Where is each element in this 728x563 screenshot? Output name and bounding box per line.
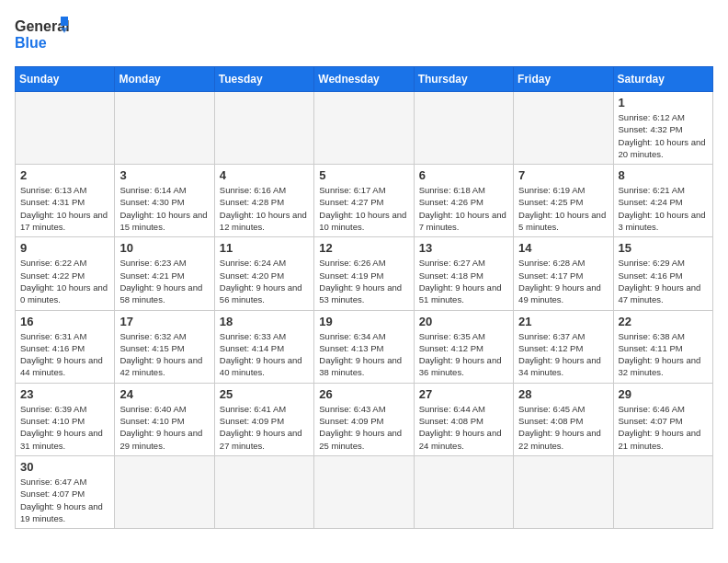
day-info: Sunrise: 6:34 AM Sunset: 4:13 PM Dayligh…	[319, 330, 408, 379]
day-info: Sunrise: 6:13 AM Sunset: 4:31 PM Dayligh…	[20, 184, 109, 233]
calendar-week-4: 23Sunrise: 6:39 AM Sunset: 4:10 PM Dayli…	[16, 383, 713, 455]
day-info: Sunrise: 6:16 AM Sunset: 4:28 PM Dayligh…	[220, 184, 309, 233]
day-info: Sunrise: 6:35 AM Sunset: 4:12 PM Dayligh…	[419, 330, 508, 379]
day-number: 9	[20, 241, 109, 255]
day-info: Sunrise: 6:21 AM Sunset: 4:24 PM Dayligh…	[619, 184, 708, 233]
day-info: Sunrise: 6:45 AM Sunset: 4:08 PM Dayligh…	[518, 403, 608, 452]
day-info: Sunrise: 6:31 AM Sunset: 4:16 PM Dayligh…	[20, 330, 109, 379]
calendar-cell: 1Sunrise: 6:12 AM Sunset: 4:32 PM Daylig…	[613, 92, 712, 165]
calendar-cell	[16, 92, 115, 165]
weekday-header-sunday: Sunday	[16, 67, 115, 92]
weekday-header-thursday: Thursday	[414, 67, 513, 92]
day-number: 15	[619, 241, 708, 255]
calendar-table: SundayMondayTuesdayWednesdayThursdayFrid…	[15, 66, 713, 529]
calendar-cell: 19Sunrise: 6:34 AM Sunset: 4:13 PM Dayli…	[314, 310, 414, 383]
day-info: Sunrise: 6:29 AM Sunset: 4:16 PM Dayligh…	[619, 257, 708, 305]
calendar-cell: 7Sunrise: 6:19 AM Sunset: 4:25 PM Daylig…	[514, 165, 613, 237]
day-number: 4	[220, 168, 309, 182]
day-number: 14	[518, 241, 608, 255]
weekday-header-wednesday: Wednesday	[314, 67, 414, 92]
calendar-cell: 30Sunrise: 6:47 AM Sunset: 4:07 PM Dayli…	[16, 455, 115, 528]
weekday-header-tuesday: Tuesday	[214, 67, 313, 92]
day-info: Sunrise: 6:37 AM Sunset: 4:12 PM Dayligh…	[518, 330, 608, 379]
calendar-cell: 13Sunrise: 6:27 AM Sunset: 4:18 PM Dayli…	[414, 237, 513, 310]
day-number: 18	[220, 315, 309, 328]
calendar-week-1: 2Sunrise: 6:13 AM Sunset: 4:31 PM Daylig…	[16, 165, 713, 237]
weekday-header-monday: Monday	[115, 67, 214, 92]
day-number: 25	[220, 387, 309, 401]
calendar-cell: 28Sunrise: 6:45 AM Sunset: 4:08 PM Dayli…	[514, 383, 613, 455]
day-number: 13	[419, 241, 508, 255]
day-info: Sunrise: 6:41 AM Sunset: 4:09 PM Dayligh…	[220, 403, 309, 452]
calendar-cell: 24Sunrise: 6:40 AM Sunset: 4:10 PM Dayli…	[115, 383, 214, 455]
calendar-cell: 5Sunrise: 6:17 AM Sunset: 4:27 PM Daylig…	[314, 165, 414, 237]
day-number: 24	[119, 387, 209, 401]
calendar-week-0: 1Sunrise: 6:12 AM Sunset: 4:32 PM Daylig…	[16, 92, 713, 165]
day-number: 19	[319, 315, 408, 328]
page-header: GeneralBlue	[15, 15, 713, 55]
calendar-week-2: 9Sunrise: 6:22 AM Sunset: 4:22 PM Daylig…	[16, 237, 713, 310]
day-info: Sunrise: 6:38 AM Sunset: 4:11 PM Dayligh…	[619, 330, 708, 379]
calendar-cell	[414, 455, 513, 528]
day-info: Sunrise: 6:19 AM Sunset: 4:25 PM Dayligh…	[518, 184, 608, 233]
day-info: Sunrise: 6:27 AM Sunset: 4:18 PM Dayligh…	[419, 257, 508, 305]
day-number: 5	[319, 168, 408, 182]
day-number: 28	[518, 387, 608, 401]
day-number: 3	[119, 168, 209, 182]
day-info: Sunrise: 6:23 AM Sunset: 4:21 PM Dayligh…	[119, 257, 209, 305]
calendar-cell: 26Sunrise: 6:43 AM Sunset: 4:09 PM Dayli…	[314, 383, 414, 455]
day-number: 17	[119, 315, 209, 328]
calendar-cell: 25Sunrise: 6:41 AM Sunset: 4:09 PM Dayli…	[214, 383, 313, 455]
day-number: 23	[20, 387, 109, 401]
day-number: 29	[619, 387, 708, 401]
logo-svg: GeneralBlue	[15, 15, 70, 55]
calendar-cell: 10Sunrise: 6:23 AM Sunset: 4:21 PM Dayli…	[115, 237, 214, 310]
calendar-cell: 23Sunrise: 6:39 AM Sunset: 4:10 PM Dayli…	[16, 383, 115, 455]
day-number: 8	[619, 168, 708, 182]
calendar-cell: 3Sunrise: 6:14 AM Sunset: 4:30 PM Daylig…	[115, 165, 214, 237]
day-info: Sunrise: 6:14 AM Sunset: 4:30 PM Dayligh…	[119, 184, 209, 233]
day-number: 16	[20, 315, 109, 328]
calendar-cell: 27Sunrise: 6:44 AM Sunset: 4:08 PM Dayli…	[414, 383, 513, 455]
day-info: Sunrise: 6:33 AM Sunset: 4:14 PM Dayligh…	[220, 330, 309, 379]
day-info: Sunrise: 6:26 AM Sunset: 4:19 PM Dayligh…	[319, 257, 408, 305]
calendar-cell	[214, 455, 313, 528]
calendar-cell: 29Sunrise: 6:46 AM Sunset: 4:07 PM Dayli…	[613, 383, 712, 455]
day-number: 10	[119, 241, 209, 255]
day-info: Sunrise: 6:24 AM Sunset: 4:20 PM Dayligh…	[220, 257, 309, 305]
calendar-cell: 17Sunrise: 6:32 AM Sunset: 4:15 PM Dayli…	[115, 310, 214, 383]
calendar-week-3: 16Sunrise: 6:31 AM Sunset: 4:16 PM Dayli…	[16, 310, 713, 383]
day-info: Sunrise: 6:47 AM Sunset: 4:07 PM Dayligh…	[20, 476, 109, 524]
calendar-cell: 18Sunrise: 6:33 AM Sunset: 4:14 PM Dayli…	[214, 310, 313, 383]
calendar-cell	[314, 92, 414, 165]
calendar-cell	[115, 92, 214, 165]
calendar-cell: 9Sunrise: 6:22 AM Sunset: 4:22 PM Daylig…	[16, 237, 115, 310]
day-number: 20	[419, 315, 508, 328]
calendar-cell: 14Sunrise: 6:28 AM Sunset: 4:17 PM Dayli…	[514, 237, 613, 310]
calendar-cell	[414, 92, 513, 165]
calendar-cell: 8Sunrise: 6:21 AM Sunset: 4:24 PM Daylig…	[613, 165, 712, 237]
day-info: Sunrise: 6:28 AM Sunset: 4:17 PM Dayligh…	[518, 257, 608, 305]
day-number: 27	[419, 387, 508, 401]
weekday-header-row: SundayMondayTuesdayWednesdayThursdayFrid…	[16, 67, 713, 92]
calendar-cell: 4Sunrise: 6:16 AM Sunset: 4:28 PM Daylig…	[214, 165, 313, 237]
day-info: Sunrise: 6:44 AM Sunset: 4:08 PM Dayligh…	[419, 403, 508, 452]
day-number: 30	[20, 460, 109, 474]
calendar-cell	[115, 455, 214, 528]
calendar-cell: 20Sunrise: 6:35 AM Sunset: 4:12 PM Dayli…	[414, 310, 513, 383]
day-info: Sunrise: 6:32 AM Sunset: 4:15 PM Dayligh…	[119, 330, 209, 379]
day-info: Sunrise: 6:39 AM Sunset: 4:10 PM Dayligh…	[20, 403, 109, 452]
calendar-cell: 15Sunrise: 6:29 AM Sunset: 4:16 PM Dayli…	[613, 237, 712, 310]
day-info: Sunrise: 6:40 AM Sunset: 4:10 PM Dayligh…	[119, 403, 209, 452]
day-number: 6	[419, 168, 508, 182]
day-number: 7	[518, 168, 608, 182]
day-info: Sunrise: 6:43 AM Sunset: 4:09 PM Dayligh…	[319, 403, 408, 452]
day-info: Sunrise: 6:22 AM Sunset: 4:22 PM Dayligh…	[20, 257, 109, 305]
day-number: 11	[220, 241, 309, 255]
day-number: 2	[20, 168, 109, 182]
svg-marker-2	[61, 17, 68, 26]
calendar-week-5: 30Sunrise: 6:47 AM Sunset: 4:07 PM Dayli…	[16, 455, 713, 528]
day-info: Sunrise: 6:17 AM Sunset: 4:27 PM Dayligh…	[319, 184, 408, 233]
weekday-header-friday: Friday	[514, 67, 613, 92]
calendar-cell	[314, 455, 414, 528]
